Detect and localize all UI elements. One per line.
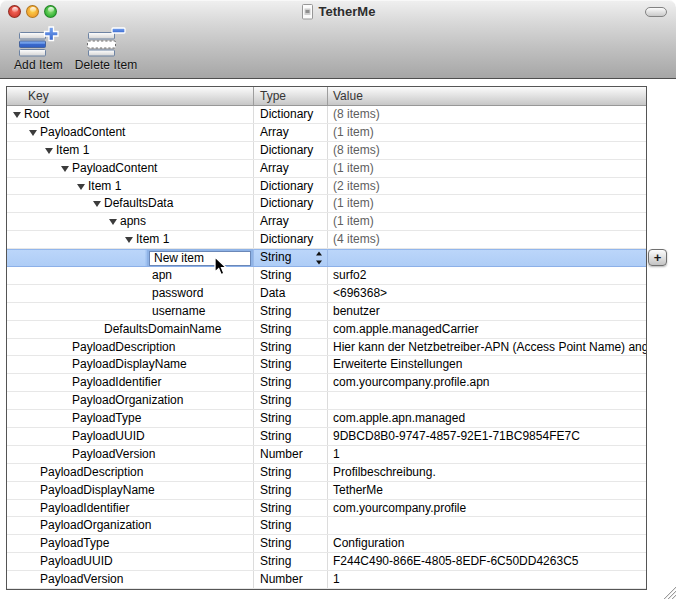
value-label: 1 <box>328 571 646 588</box>
table-row[interactable]: New item String <box>7 249 646 267</box>
table-row[interactable]: PayloadIdentifier String com.yourcompany… <box>7 500 646 518</box>
table-row[interactable]: PayloadDescription String Profilbeschrei… <box>7 464 646 482</box>
value-cell: benutzer <box>328 303 646 320</box>
value-label: Configuration <box>328 535 646 552</box>
value-cell: (2 items) <box>328 178 646 195</box>
table-row[interactable]: DefaultsDomainName String com.apple.mana… <box>7 321 646 339</box>
key-label: DefaultsDomainName <box>7 321 253 338</box>
disclosure-triangle-icon[interactable] <box>93 201 101 207</box>
toolbar-toggle-pill[interactable] <box>645 7 667 17</box>
resize-grip-icon[interactable] <box>661 584 676 599</box>
value-cell: TetherMe <box>328 482 646 499</box>
disclosure-triangle-icon[interactable] <box>13 112 21 118</box>
value-label: (1 item) <box>328 124 646 141</box>
add-row-button[interactable]: + <box>648 249 667 266</box>
column-header-value[interactable]: Value <box>328 87 646 105</box>
key-label: password <box>7 285 253 302</box>
type-cell: Dictionary <box>254 142 328 159</box>
table-row[interactable]: Item 1 Dictionary (4 items) <box>7 231 646 249</box>
value-cell: Erweiterte Einstellungen <box>328 356 646 373</box>
table-row[interactable]: PayloadContent Array (1 item) <box>7 124 646 142</box>
disclosure-triangle-icon[interactable] <box>61 166 69 172</box>
table-row[interactable]: PayloadType String com.apple.apn.managed <box>7 410 646 428</box>
type-cell: String <box>254 464 328 481</box>
type-label: Array <box>254 160 327 177</box>
value-label: Erweiterte Einstellungen <box>328 356 646 373</box>
value-cell: Hier kann der Netzbetreiber-APN (Access … <box>328 339 646 356</box>
key-edit-field[interactable]: New item <box>149 251 251 266</box>
table-row[interactable]: PayloadDisplayName String TetherMe <box>7 482 646 500</box>
table-row[interactable]: Item 1 Dictionary (8 items) <box>7 142 646 160</box>
table-row[interactable]: Root Dictionary (8 items) <box>7 106 646 124</box>
disclosure-triangle-icon[interactable] <box>77 184 85 190</box>
table-row[interactable]: apns Array (1 item) <box>7 213 646 231</box>
table-row[interactable]: PayloadOrganization String <box>7 392 646 410</box>
table-row[interactable]: PayloadIdentifier String com.yourcompany… <box>7 374 646 392</box>
table-row[interactable]: PayloadContent Array (1 item) <box>7 160 646 178</box>
value-cell: (1 item) <box>328 195 646 212</box>
type-cell: String <box>254 428 328 445</box>
key-cell: PayloadContent <box>7 124 254 141</box>
type-cell: Dictionary <box>254 178 328 195</box>
disclosure-triangle-icon[interactable] <box>109 219 117 225</box>
key-label: PayloadDescription <box>7 339 253 356</box>
value-label: (1 item) <box>328 213 646 230</box>
document-proxy-icon <box>301 4 314 20</box>
key-cell: PayloadIdentifier <box>7 374 254 391</box>
value-cell: 9DBCD8B0-9747-4857-92E1-71BC9854FE7C <box>328 428 646 445</box>
value-label: Hier kann der Netzbetreiber-APN (Access … <box>328 339 646 356</box>
type-stepper[interactable] <box>316 251 323 264</box>
delete-item-button[interactable]: Delete Item <box>71 25 141 72</box>
value-cell: 1 <box>328 446 646 463</box>
plist-table: Key Type Value Root Dictionary (8 items)… <box>6 86 647 590</box>
value-cell: (1 item) <box>328 160 646 177</box>
value-cell: Configuration <box>328 535 646 552</box>
key-label: PayloadVersion <box>7 446 253 463</box>
table-row[interactable]: PayloadUUID String 9DBCD8B0-9747-4857-92… <box>7 428 646 446</box>
table-row[interactable]: Item 1 Dictionary (2 items) <box>7 178 646 196</box>
type-cell: Number <box>254 446 328 463</box>
table-row[interactable]: PayloadDisplayName String Erweiterte Ein… <box>7 356 646 374</box>
key-label: PayloadIdentifier <box>7 500 253 517</box>
type-label: Number <box>254 571 327 588</box>
table-row[interactable]: password Data <696368> <box>7 285 646 303</box>
type-label: Dictionary <box>254 106 327 123</box>
type-cell: Dictionary <box>254 231 328 248</box>
column-header-key[interactable]: Key <box>7 87 254 105</box>
add-item-button[interactable]: Add Item <box>10 25 67 72</box>
table-row[interactable]: DefaultsData Dictionary (1 item) <box>7 195 646 213</box>
key-cell: PayloadUUID <box>7 553 254 570</box>
type-cell: Data <box>254 285 328 302</box>
column-header-type[interactable]: Type <box>254 87 328 105</box>
disclosure-triangle-icon[interactable] <box>29 130 37 136</box>
key-label: PayloadVersion <box>7 571 253 588</box>
type-cell: Dictionary <box>254 106 328 123</box>
key-label: PayloadOrganization <box>7 392 253 409</box>
type-cell: String <box>254 500 328 517</box>
table-row[interactable]: username String benutzer <box>7 303 646 321</box>
table-row[interactable]: PayloadDescription String Hier kann der … <box>7 339 646 357</box>
table-row[interactable]: PayloadOrganization String <box>7 517 646 535</box>
type-label: String <box>254 535 327 552</box>
disclosure-triangle-icon[interactable] <box>45 148 53 154</box>
table-row[interactable]: PayloadVersion Number 1 <box>7 571 646 589</box>
type-label: Array <box>254 213 327 230</box>
key-cell: DefaultsDomainName <box>7 321 254 338</box>
key-cell: Item 1 <box>7 231 254 248</box>
key-cell: PayloadOrganization <box>7 392 254 409</box>
disclosure-triangle-icon[interactable] <box>125 237 133 243</box>
type-cell: String <box>254 482 328 499</box>
key-label: PayloadDisplayName <box>7 356 253 373</box>
titlebar[interactable]: TetherMe <box>0 0 676 22</box>
type-cell: String <box>254 392 328 409</box>
table-row[interactable]: PayloadType String Configuration <box>7 535 646 553</box>
value-label: <696368> <box>328 285 646 302</box>
table-row[interactable]: PayloadVersion Number 1 <box>7 446 646 464</box>
value-label: (2 items) <box>328 178 646 195</box>
type-cell: String <box>254 339 328 356</box>
table-row[interactable]: apn String surfo2 <box>7 267 646 285</box>
key-cell: Root <box>7 106 254 123</box>
add-item-label: Add Item <box>14 58 63 72</box>
table-row[interactable]: PayloadUUID String F244C490-866E-4805-8E… <box>7 553 646 571</box>
value-cell: (1 item) <box>328 213 646 230</box>
